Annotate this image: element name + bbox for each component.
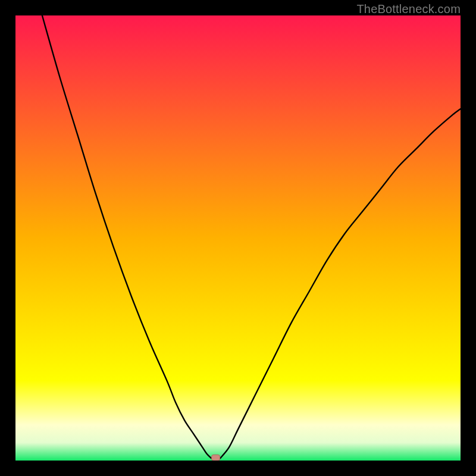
watermark-label: TheBottleneck.com	[356, 2, 461, 16]
gradient-background	[15, 15, 461, 461]
optimal-point-marker	[212, 455, 220, 461]
bottleneck-chart	[15, 15, 461, 461]
chart-frame	[15, 15, 461, 461]
